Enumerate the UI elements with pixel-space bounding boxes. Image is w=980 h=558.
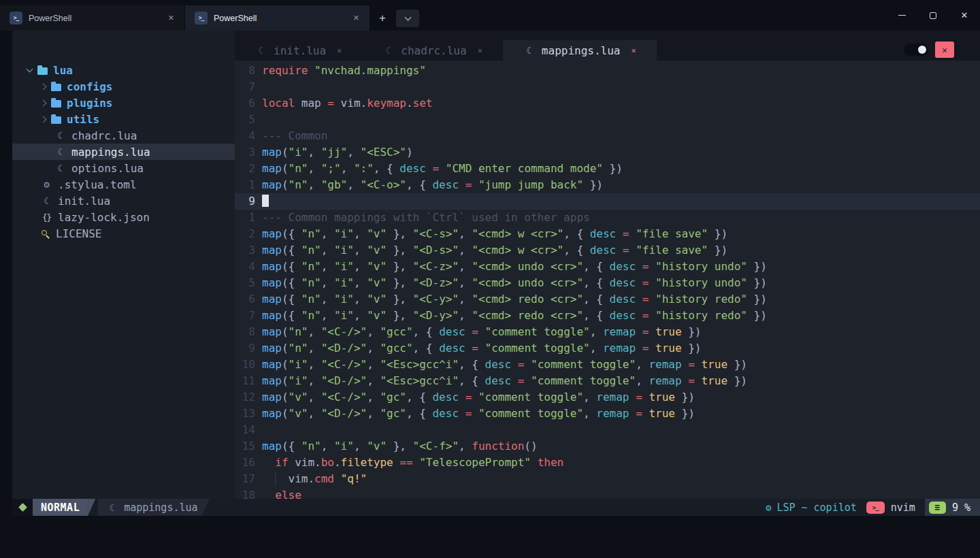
titlebar: >_PowerShell✕>_PowerShell✕ + ✕ [0,0,980,31]
tree-item-utils[interactable]: utils [12,111,235,127]
token: "file save" [636,244,708,257]
token: "<D-z>" [413,276,459,289]
token: desc [610,309,636,322]
theme-toggle-button[interactable] [904,44,928,56]
token [524,374,531,387]
token: }, [387,276,413,289]
tree-item-configs[interactable]: configs [12,78,235,95]
command-line[interactable] [12,516,980,558]
line-number: 12 [235,389,262,406]
token: , [367,374,380,387]
token: "gc" [380,391,406,404]
buffer-close-icon[interactable]: ✕ [333,46,342,55]
chevron-down-icon [404,14,411,21]
token: then [538,456,564,469]
token: }, [387,244,413,257]
token: cmd [314,472,334,485]
tab-close-icon[interactable]: ✕ [348,12,364,24]
token: , [636,374,649,387]
token: , [354,244,367,257]
token: , [308,178,321,191]
tree-item-license[interactable]: LICENSE [12,225,235,242]
token: "gcc" [380,342,412,355]
terminal-tab[interactable]: >_PowerShell✕ [0,5,185,31]
token: "<cmd> w <cr>" [472,227,564,240]
terminal-tab[interactable]: >_PowerShell✕ [185,5,370,31]
token: ▏ [275,472,282,485]
token: ({ [282,244,301,257]
line-number: 10 [235,357,262,373]
line-text: else [262,487,301,499]
token: map [262,227,282,240]
token: , { [406,407,433,420]
line-number: 15 [235,438,262,455]
folder-icon [51,116,61,124]
token: "<D-s>" [413,244,459,257]
maximize-button[interactable] [917,0,949,31]
token: "i" [334,293,354,306]
minimize-button[interactable] [886,0,917,31]
line-number: 4 [235,259,262,275]
token: "<cmd> redo <cr>" [472,309,583,322]
token: ) [406,146,413,159]
folder-icon [51,100,61,108]
tree-item--stylua-toml[interactable]: ⚙.stylua.toml [12,176,235,193]
token: "comment toggle" [478,391,583,404]
tree-item-init-lua[interactable]: ☾init.lua [12,193,235,209]
token: }, [387,440,413,453]
tab-dropdown-button[interactable] [396,10,419,27]
token: true [649,407,675,420]
buffer-close-icon[interactable]: ✕ [474,46,483,55]
tree-item-mappings-lua[interactable]: ☾mappings.lua [12,144,235,160]
tree-item-chadrc-lua[interactable]: ☾chadrc.lua [12,127,235,144]
tree-item-lua[interactable]: lua [12,62,235,78]
token: , [341,162,354,175]
buffer-close-icon[interactable]: ✕ [627,46,636,55]
token: ( [282,358,289,371]
token: }, [387,260,413,273]
token: map [262,358,282,371]
token: }) [747,260,767,273]
line-number: 18 [235,487,262,499]
token: , [354,293,367,306]
token: map [262,440,282,453]
buffer-tab-mappings-lua[interactable]: ☾mappings.lua✕ [503,40,657,61]
token: "<C-f>" [413,440,459,453]
token: "i" [334,440,354,453]
token [308,64,314,77]
tree-item-plugins[interactable]: plugins [12,95,235,111]
token: , { [459,358,485,371]
tree-item-options-lua[interactable]: ☾options.lua [12,160,235,176]
close-buffer-button[interactable]: ✕ [935,42,954,58]
lua-icon: ☾ [54,130,66,141]
token: = [518,358,525,371]
buffer-tab-chadrc-lua[interactable]: ☾chadrc.lua✕ [362,40,503,61]
token: keymap [367,97,406,110]
token [262,489,275,499]
statusline-file-segment: ☾ mappings.lua [98,499,201,516]
token: , { [413,325,440,338]
token [262,472,275,485]
token: , [583,407,596,420]
line-number: 6 [235,95,262,112]
line-number: 17 [235,471,262,487]
tree-item-lazy-lock-json[interactable]: {}lazy-lock.json [12,209,235,225]
token: , [354,440,367,453]
token: }) [728,374,747,387]
buffer-tabs: ☾init.lua✕☾chadrc.lua✕☾mappings.lua✕ [235,40,657,61]
line-number: 3 [235,144,262,161]
close-window-button[interactable]: ✕ [949,0,980,31]
token: = [466,391,472,404]
line-number: 14 [235,422,262,438]
new-tab-button[interactable]: + [370,5,395,31]
token [636,342,642,355]
powershell-icon: >_ [10,12,22,24]
code-line: 6local map = vim.keymap.set [235,95,980,112]
buffer-tab-init-lua[interactable]: ☾init.lua✕ [235,40,362,61]
code-editor[interactable]: 8require "nvchad.mappings"76local map = … [235,61,980,499]
token: , { [374,162,400,175]
tab-close-icon[interactable]: ✕ [163,12,179,24]
line-text: map({ "n", "i", "v" }, "<C-s>", "<cmd> w… [262,226,728,242]
line-text: map({ "n", "i", "v" }, "<C-y>", "<cmd> r… [262,291,767,308]
code-line: 16 if vim.bo.filetype == "TelescopePromp… [235,455,980,471]
